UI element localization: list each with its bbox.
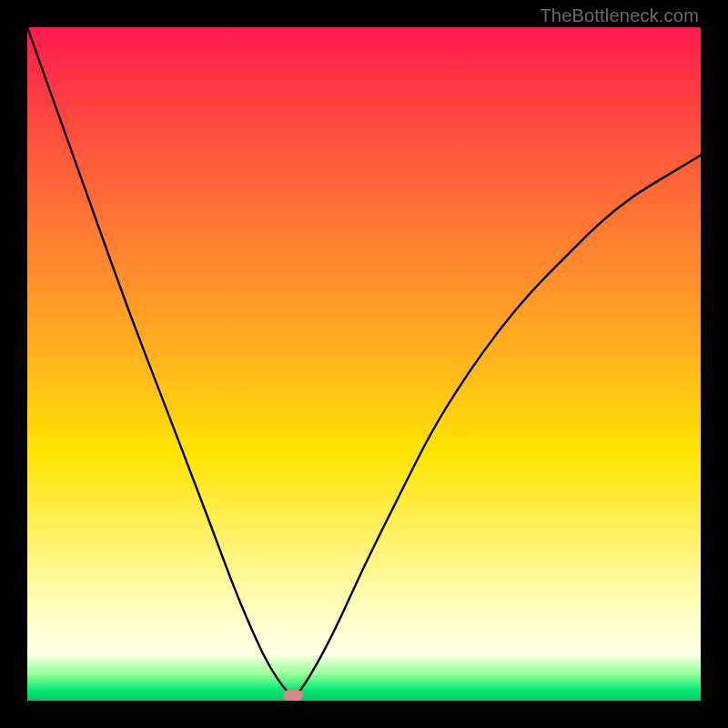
optimal-marker [283,690,303,701]
attribution-label: TheBottleneck.com [540,5,699,26]
curve-path [27,27,701,695]
bottleneck-curve [27,27,701,701]
plot-area [27,27,701,701]
chart-frame: TheBottleneck.com [0,0,728,728]
